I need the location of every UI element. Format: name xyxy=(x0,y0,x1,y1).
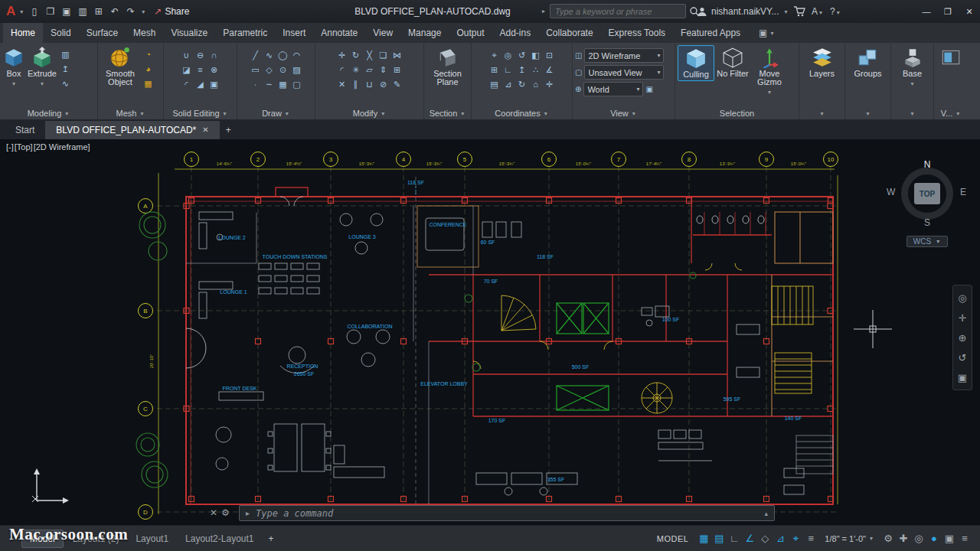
clean-screen-icon[interactable]: ▣ xyxy=(942,531,957,546)
lineweight-icon[interactable]: ≡ xyxy=(803,531,818,546)
panel-label-section[interactable]: Section▾ xyxy=(424,107,471,119)
panel-label-draw[interactable]: Draw▾ xyxy=(237,107,315,119)
base-button[interactable]: Base ▾ xyxy=(901,45,924,90)
line-icon[interactable]: ╱ xyxy=(249,49,262,61)
annotation-scale-button[interactable]: 1/8" = 1'-0" ▾ xyxy=(825,534,874,543)
navigation-wheel-icon[interactable]: ◎ xyxy=(954,288,971,308)
ortho-mode-icon[interactable]: ∟ xyxy=(727,531,742,546)
refine-mesh-icon[interactable]: ▦ xyxy=(142,77,155,90)
panel-label-modeling[interactable]: Modeling▾ xyxy=(0,107,97,119)
app-menu-caret-icon[interactable]: ▾ xyxy=(18,8,24,15)
command-collapse-icon[interactable]: ▴ xyxy=(764,510,768,517)
ribbon-tab-visualize[interactable]: Visualize xyxy=(163,23,215,43)
gradient-icon[interactable]: ▦ xyxy=(276,78,289,90)
plot-icon[interactable]: ⊞ xyxy=(90,3,106,20)
viewport-config-icon[interactable]: ▣ xyxy=(645,85,652,93)
rotate-icon[interactable]: ↻ xyxy=(349,49,362,61)
groups-button[interactable]: Groups xyxy=(853,45,882,80)
minimize-button[interactable]: — xyxy=(916,0,937,23)
hatch-icon[interactable]: ▨ xyxy=(290,64,303,76)
save-icon[interactable]: ▣ xyxy=(58,3,74,20)
section-plane-button[interactable]: Section Plane xyxy=(428,45,468,88)
ucs-icon[interactable]: ⌖ xyxy=(488,49,501,61)
arc-icon[interactable]: ◠ xyxy=(290,49,303,61)
ucs-rotate-x-icon[interactable]: ∡ xyxy=(543,64,556,76)
show-ucs-icon-icon[interactable]: ✛ xyxy=(543,78,556,90)
extrude-button[interactable]: Extrude ▾ xyxy=(27,45,57,90)
ucs-face-icon[interactable]: ◧ xyxy=(529,49,542,61)
autodesk-app-button[interactable]: A▾ xyxy=(812,6,824,17)
open-file-icon[interactable]: ❐ xyxy=(42,3,58,20)
named-ucs-icon[interactable]: ▤ xyxy=(488,78,501,90)
user-account[interactable]: nishant.naikVY... ▾ xyxy=(697,0,789,23)
ribbon-tab-annotate[interactable]: Annotate xyxy=(313,23,365,43)
polysolid-icon[interactable]: ▥ xyxy=(59,48,72,60)
isolate-objects-icon[interactable]: ◎ xyxy=(911,531,926,546)
wcs-dropdown[interactable]: WCS ▾ xyxy=(906,236,948,247)
ribbon-tab-featured-apps[interactable]: Featured Apps xyxy=(673,23,748,43)
ribbon-tab-mesh[interactable]: Mesh xyxy=(126,23,163,43)
smooth-object-button[interactable]: Smooth Object xyxy=(100,45,140,88)
panel-label-coordinates[interactable]: Coordinates▾ xyxy=(472,107,572,119)
viewcube-north[interactable]: N xyxy=(896,159,959,170)
presspull-icon[interactable]: ↥ xyxy=(59,63,72,75)
ucs-icon-properties-icon[interactable]: ⌂ xyxy=(529,78,542,90)
isometric-drafting-icon[interactable]: ◇ xyxy=(757,531,773,546)
rectangle-icon[interactable]: ▭ xyxy=(249,64,262,76)
join-icon[interactable]: ⊔ xyxy=(363,78,376,90)
model-viewport[interactable]: [-] [Top] [2D Wireframe] 1 2 3 xyxy=(0,139,980,525)
measure-icon[interactable]: ⊘ xyxy=(377,78,390,90)
stretch-icon[interactable]: ▱ xyxy=(363,64,376,76)
viewport-view-control[interactable]: [Top] xyxy=(15,142,33,152)
edit-polyline-icon[interactable]: ✎ xyxy=(390,78,403,90)
view-extra-button[interactable] xyxy=(939,45,962,70)
ucs-origin-icon[interactable]: ∟ xyxy=(501,64,514,76)
smooth-less-icon[interactable]: ◕ xyxy=(142,63,155,75)
ribbon-tab-surface[interactable]: Surface xyxy=(79,23,126,43)
ucs-previous-icon[interactable]: ↺ xyxy=(515,49,528,61)
ribbon-tab-insert[interactable]: Insert xyxy=(275,23,313,43)
copy-icon[interactable]: ❏ xyxy=(377,49,390,61)
trim-icon[interactable]: ╳ xyxy=(363,49,376,61)
share-button[interactable]: ↗ Share xyxy=(154,6,189,17)
culling-button[interactable]: Culling xyxy=(678,45,714,81)
ribbon-tab-home[interactable]: Home xyxy=(3,23,43,43)
workspace-switching-icon[interactable]: ⚙ xyxy=(880,531,896,546)
zoom-icon[interactable]: ⊕ xyxy=(954,328,971,347)
ucs-3-point-icon[interactable]: ∴ xyxy=(529,64,542,76)
object-snap-tracking-icon[interactable]: ⊿ xyxy=(773,531,788,546)
close-command-icon[interactable]: ✕ xyxy=(210,507,217,518)
tab-layout1[interactable]: Layout1 xyxy=(128,530,176,548)
ucs-rotate-z-icon[interactable]: ↻ xyxy=(515,78,528,90)
snap-mode-icon[interactable]: ▤ xyxy=(711,531,727,546)
ribbon-tab-output[interactable]: Output xyxy=(449,23,492,43)
viewcube-top-face[interactable]: TOP xyxy=(914,183,940,204)
panel-label-base[interactable]: ▾ xyxy=(891,107,933,119)
ellipse-icon[interactable]: ⊙ xyxy=(276,64,289,76)
ucs-object-icon[interactable]: ⊡ xyxy=(543,49,556,61)
intersect-icon[interactable]: ∩ xyxy=(207,49,220,61)
ucs-view-icon[interactable]: ⊞ xyxy=(488,64,501,76)
layers-button[interactable]: Layers xyxy=(808,45,835,80)
mirror-icon[interactable]: ⋈ xyxy=(390,49,403,61)
panel-label-mesh[interactable]: Mesh▾ xyxy=(98,107,163,119)
grid-display-icon[interactable]: ▦ xyxy=(696,531,711,546)
redo-icon[interactable]: ↷ xyxy=(122,3,139,20)
command-line[interactable]: ▸ Type a command ▴ xyxy=(239,505,775,521)
customize-icon[interactable]: ≡ xyxy=(957,531,972,546)
panel-label-groups[interactable]: ▾ xyxy=(845,107,890,119)
panel-label-selection[interactable]: Selection xyxy=(675,107,799,119)
orbit-icon[interactable]: ↺ xyxy=(954,347,971,367)
polygon-icon[interactable]: ◇ xyxy=(263,64,276,76)
ribbon-display-caret-icon[interactable]: ▾ xyxy=(769,30,775,37)
shell-icon[interactable]: ▣ xyxy=(207,78,220,90)
search-expand-icon[interactable]: ▸ xyxy=(541,8,547,15)
help-button[interactable]: ?▾ xyxy=(830,6,841,17)
model-space-label[interactable]: MODEL xyxy=(657,534,689,543)
visual-style-dropdown[interactable]: 2D Wireframe▾ xyxy=(584,48,664,63)
panel-label-view-extra[interactable]: V...▾ xyxy=(934,107,968,119)
fillet-icon[interactable]: ◜ xyxy=(335,64,348,76)
ribbon-tab-view[interactable]: View xyxy=(365,23,400,43)
autocad-logo-icon[interactable]: A xyxy=(5,4,17,19)
polyline-icon[interactable]: ∿ xyxy=(263,49,276,61)
